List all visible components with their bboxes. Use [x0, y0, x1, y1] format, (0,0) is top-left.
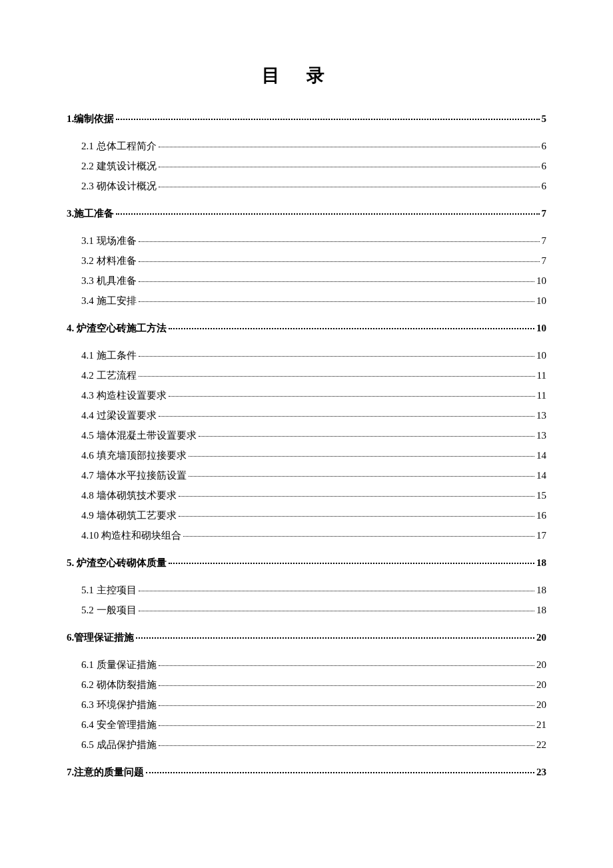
toc-label: 6.4 安全管理措施	[81, 719, 157, 731]
toc-leader-dots	[169, 396, 535, 397]
toc-leader-dots	[183, 536, 534, 537]
toc-page-number: 10	[536, 323, 546, 334]
toc-page-number: 7	[542, 255, 547, 267]
toc-label: 4.4 过梁设置要求	[81, 409, 157, 422]
toc-page-number: 17	[536, 530, 546, 541]
toc-leader-dots	[159, 685, 535, 686]
toc-leader-dots	[116, 213, 539, 215]
toc-label: 1.编制依据	[67, 113, 114, 125]
toc-label: 6.管理保证措施	[67, 631, 134, 644]
toc-page-number: 10	[536, 295, 546, 307]
toc-entry: 3.3 机具准备10	[67, 275, 546, 287]
toc-entry: 3.施工准备7	[67, 207, 546, 220]
toc-label: 6.1 质量保证措施	[81, 659, 157, 671]
toc-leader-dots	[189, 476, 535, 477]
toc-leader-dots	[169, 563, 534, 564]
table-of-contents: 1.编制依据52.1 总体工程简介62.2 建筑设计概况62.3 砌体设计概况6…	[67, 113, 546, 779]
toc-leader-dots	[139, 301, 535, 302]
toc-page-number: 10	[536, 350, 546, 361]
toc-page-number: 6	[542, 141, 547, 152]
toc-page-number: 18	[536, 605, 546, 616]
toc-page-number: 7	[542, 208, 547, 219]
toc-entry: 3.4 施工安排10	[67, 295, 546, 307]
toc-page-number: 20	[536, 699, 546, 711]
toc-page-number: 20	[536, 679, 546, 691]
toc-leader-dots	[139, 611, 535, 611]
toc-leader-dots	[139, 591, 535, 591]
toc-page-number: 22	[536, 739, 546, 751]
toc-page-number: 13	[536, 430, 546, 441]
toc-page-number: 15	[536, 490, 546, 501]
toc-leader-dots	[199, 436, 535, 437]
toc-entry: 4.7 墙体水平拉接筋设置14	[67, 469, 546, 482]
toc-entry: 5.2 一般项目18	[67, 604, 546, 617]
toc-entry: 5. 炉渣空心砖砌体质量18	[67, 557, 546, 569]
toc-label: 4.9 墙体砌筑工艺要求	[81, 509, 177, 522]
toc-page-number: 18	[536, 557, 546, 569]
toc-page-number: 20	[536, 632, 546, 643]
toc-page-number: 5	[542, 113, 547, 125]
toc-label: 5. 炉渣空心砖砌体质量	[67, 557, 167, 569]
toc-entry: 2.2 建筑设计概况6	[67, 160, 546, 173]
toc-entry: 1.编制依据5	[67, 113, 546, 125]
toc-label: 2.2 建筑设计概况	[81, 160, 157, 173]
toc-entry: 4.5 墙体混凝土带设置要求13	[67, 429, 546, 442]
toc-page-number: 18	[536, 585, 546, 596]
toc-entry: 4.1 施工条件10	[67, 349, 546, 362]
toc-leader-dots	[139, 281, 535, 282]
toc-label: 4. 炉渣空心砖施工方法	[67, 322, 167, 335]
toc-entry: 4.6 填充墙顶部拉接要求14	[67, 449, 546, 462]
toc-entry: 5.1 主控项目18	[67, 584, 546, 597]
toc-page-number: 14	[536, 470, 546, 481]
document-title: 目录	[67, 63, 546, 87]
toc-label: 6.5 成品保护措施	[81, 739, 157, 751]
toc-label: 4.8 墙体砌筑技术要求	[81, 489, 177, 502]
toc-label: 3.1 现场准备	[81, 235, 137, 247]
toc-page-number: 21	[536, 719, 546, 731]
toc-label: 6.3 环境保护措施	[81, 699, 157, 711]
toc-entry: 2.1 总体工程简介6	[67, 140, 546, 153]
toc-entry: 4.3 构造柱设置要求11	[67, 389, 546, 402]
toc-entry: 6.3 环境保护措施20	[67, 699, 546, 711]
toc-label: 5.2 一般项目	[81, 604, 137, 617]
toc-label: 4.5 墙体混凝土带设置要求	[81, 429, 197, 442]
toc-leader-dots	[169, 328, 534, 329]
toc-entry: 6.1 质量保证措施20	[67, 659, 546, 671]
toc-entry: 6.4 安全管理措施21	[67, 719, 546, 731]
toc-page-number: 6	[542, 181, 547, 192]
toc-page-number: 13	[536, 410, 546, 421]
toc-label: 3.2 材料准备	[81, 255, 137, 267]
toc-leader-dots	[139, 376, 535, 377]
toc-leader-dots	[159, 665, 535, 666]
toc-leader-dots	[179, 496, 535, 497]
toc-page-number: 23	[536, 767, 546, 778]
toc-label: 4.3 构造柱设置要求	[81, 389, 167, 402]
toc-label: 3.4 施工安排	[81, 295, 137, 307]
toc-label: 7.注意的质量问题	[67, 766, 144, 779]
toc-label: 6.2 砌体防裂措施	[81, 679, 157, 691]
toc-leader-dots	[179, 516, 535, 517]
toc-leader-dots	[139, 356, 535, 357]
toc-page-number: 11	[537, 390, 546, 401]
toc-label: 5.1 主控项目	[81, 584, 137, 597]
toc-entry: 2.3 砌体设计概况6	[67, 180, 546, 193]
toc-label: 4.10 构造柱和砌块组合	[81, 529, 181, 542]
toc-entry: 6.5 成品保护措施22	[67, 739, 546, 751]
toc-label: 4.6 填充墙顶部拉接要求	[81, 449, 187, 462]
toc-leader-dots	[159, 745, 535, 746]
toc-entry: 6.管理保证措施20	[67, 631, 546, 644]
toc-leader-dots	[139, 241, 540, 242]
toc-entry: 4.4 过梁设置要求13	[67, 409, 546, 422]
toc-entry: 4. 炉渣空心砖施工方法10	[67, 322, 546, 335]
toc-label: 4.2 工艺流程	[81, 369, 137, 382]
toc-page-number: 6	[542, 161, 547, 172]
toc-leader-dots	[139, 261, 540, 262]
toc-leader-dots	[116, 119, 539, 120]
toc-label: 4.1 施工条件	[81, 349, 137, 362]
toc-entry: 3.1 现场准备7	[67, 235, 546, 247]
toc-leader-dots	[189, 456, 535, 457]
toc-label: 2.1 总体工程简介	[81, 140, 157, 153]
toc-entry: 4.8 墙体砌筑技术要求15	[67, 489, 546, 502]
toc-entry: 4.2 工艺流程11	[67, 369, 546, 382]
toc-page-number: 14	[536, 450, 546, 461]
